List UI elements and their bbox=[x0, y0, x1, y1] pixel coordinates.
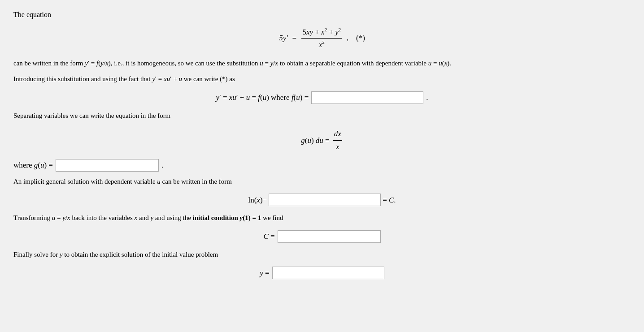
ln-input[interactable] bbox=[269, 194, 381, 206]
f-u-input[interactable] bbox=[311, 91, 423, 104]
y-input[interactable] bbox=[272, 267, 384, 279]
page-title: The equation bbox=[13, 9, 631, 21]
y-equation-line: y = bbox=[13, 267, 631, 279]
where-g-line: where g(u) = . bbox=[13, 159, 631, 172]
paragraph-2: Introducing this substitution and using … bbox=[13, 73, 631, 85]
ln-equation-line: ln(x)− = C. bbox=[13, 194, 631, 206]
c-equation-line: C = bbox=[13, 230, 631, 243]
paragraph-4: An implicit general solution with depend… bbox=[13, 176, 631, 188]
paragraph-6: Finally solve for y to obtain the explic… bbox=[13, 249, 631, 261]
g-u-input[interactable] bbox=[56, 159, 159, 172]
paragraph-1: can be written in the form y′ = f(y/x), … bbox=[13, 58, 631, 69]
paragraph-3: Separating variables we can write the eq… bbox=[13, 110, 631, 122]
equation-3: g(u) du = dx x bbox=[13, 128, 631, 152]
c-input[interactable] bbox=[278, 230, 381, 243]
main-equation: 5y′ = 5xy + x2 + y2 x2 , (*) bbox=[13, 26, 631, 51]
equation-2: y′ = xu′ + u = f(u) where f(u) = . bbox=[13, 91, 631, 104]
paragraph-5: Transforming u = y/x back into the varia… bbox=[13, 212, 631, 224]
